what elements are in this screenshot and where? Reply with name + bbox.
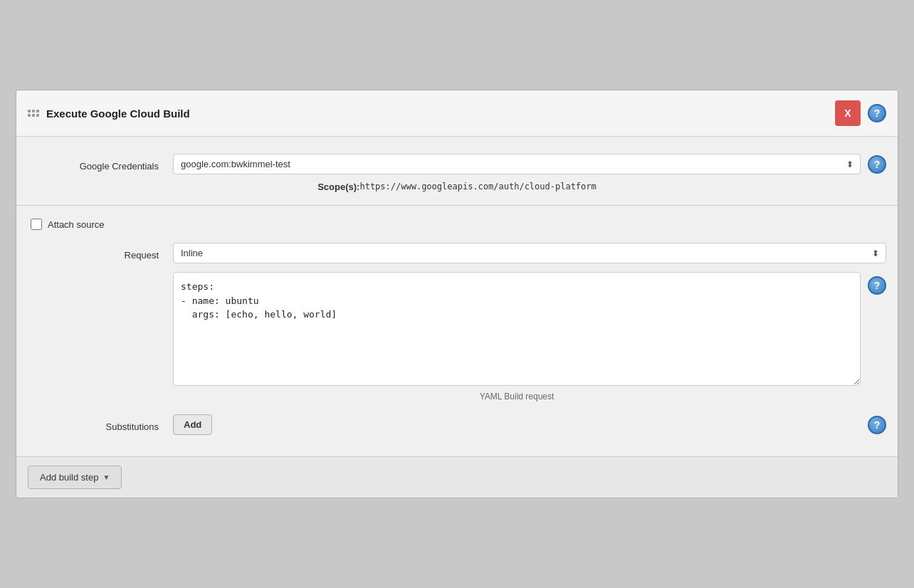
credentials-help-icon[interactable]: ?: [868, 155, 886, 174]
request-label: Request: [31, 246, 173, 261]
yaml-hint: YAML Build request: [173, 392, 861, 401]
panel-body: Google Credentials google.com:bwkimmel-t…: [16, 137, 898, 456]
add-build-step-dropdown-arrow: ▼: [103, 473, 110, 481]
request-select[interactable]: Inline File: [173, 243, 886, 263]
scope-url: https://www.googleapis.com/auth/cloud-pl…: [359, 182, 596, 192]
yaml-help-icon[interactable]: ?: [868, 276, 886, 295]
outer-wrapper: Execute Google Cloud Build X ? Google Cr…: [9, 83, 905, 505]
scope-label: Scope(s):: [317, 182, 359, 192]
request-select-wrapper: Inline File ⬍: [173, 243, 886, 263]
attach-source-checkbox-wrapper[interactable]: Attach source: [31, 219, 105, 230]
credentials-row: Google Credentials google.com:bwkimmel-t…: [16, 148, 898, 177]
yaml-textarea-wrapper: steps: - name: ubuntu args: [echo, hello…: [173, 272, 861, 388]
close-button[interactable]: X: [835, 100, 861, 126]
credentials-control: google.com:bwkimmel-test ⬍: [173, 154, 861, 174]
add-build-step-label: Add build step: [40, 472, 98, 483]
yaml-textarea[interactable]: steps: - name: ubuntu args: [echo, hello…: [173, 272, 861, 386]
panel-header: Execute Google Cloud Build X ?: [16, 90, 898, 137]
drag-handle: [28, 110, 39, 117]
main-panel: Execute Google Cloud Build X ? Google Cr…: [16, 90, 898, 498]
credentials-select[interactable]: google.com:bwkimmel-test: [173, 154, 861, 174]
scope-row: Scope(s): https://www.googleapis.com/aut…: [16, 177, 898, 199]
add-build-step-button[interactable]: Add build step ▼: [28, 466, 122, 489]
divider-1: [16, 205, 898, 206]
yaml-row: steps: - name: ubuntu args: [echo, hello…: [16, 269, 898, 404]
header-help-icon[interactable]: ?: [868, 104, 886, 122]
credentials-label: Google Credentials: [31, 157, 173, 172]
panel-title: Execute Google Cloud Build: [46, 107, 835, 120]
substitutions-label: Substitutions: [31, 417, 173, 432]
request-control: Inline File ⬍: [173, 243, 886, 263]
substitutions-help-icon[interactable]: ?: [868, 416, 886, 434]
attach-source-label: Attach source: [48, 219, 105, 230]
footer: Add build step ▼: [16, 456, 898, 498]
attach-source-row: Attach source: [16, 211, 898, 237]
substitutions-row: Substitutions Add ?: [16, 404, 898, 445]
request-row: Request Inline File ⬍: [16, 237, 898, 269]
credentials-select-wrapper: google.com:bwkimmel-test ⬍: [173, 154, 861, 174]
substitutions-control: Add: [173, 414, 861, 435]
attach-source-checkbox[interactable]: [31, 219, 42, 230]
yaml-control: steps: - name: ubuntu args: [echo, hello…: [173, 272, 861, 401]
header-right: X ?: [835, 100, 886, 126]
substitutions-add-button[interactable]: Add: [173, 414, 212, 435]
